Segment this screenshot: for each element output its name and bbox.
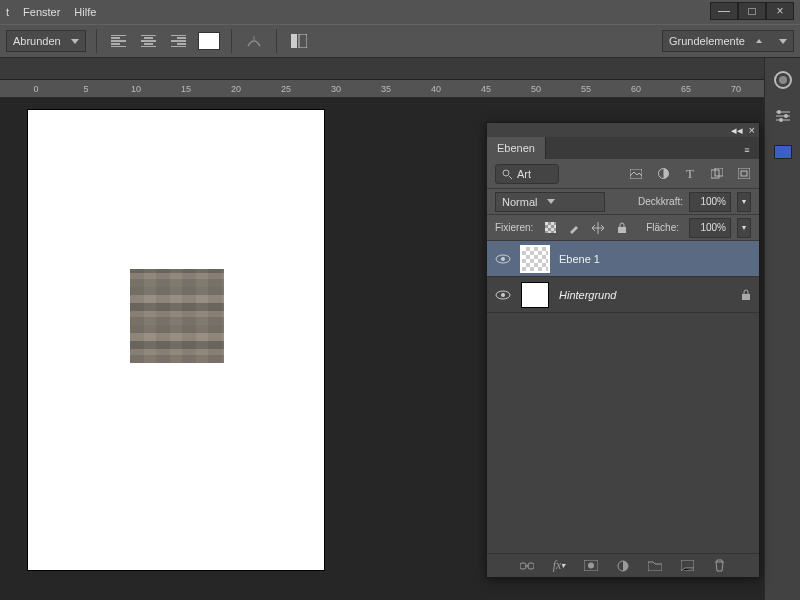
svg-rect-12 [738, 168, 750, 179]
blend-mode-dropdown[interactable]: Normal [495, 192, 605, 212]
close-button[interactable]: × [766, 2, 794, 20]
svg-point-16 [501, 257, 505, 261]
align-center-button[interactable] [137, 29, 161, 53]
svg-point-23 [588, 563, 594, 569]
layer-filter-dropdown[interactable]: Art [495, 164, 559, 184]
layers-panel-footer: fx▾ [487, 553, 759, 577]
layer-thumbnail[interactable] [521, 282, 549, 308]
fill-label: Fläche: [646, 222, 679, 233]
svg-rect-0 [291, 34, 297, 48]
filter-shape-icon[interactable] [710, 167, 724, 181]
lock-pixels-icon[interactable] [567, 221, 581, 235]
layer-thumbnail[interactable] [521, 246, 549, 272]
svg-point-5 [784, 114, 788, 118]
svg-point-4 [777, 110, 781, 114]
layers-tab[interactable]: Ebenen [487, 137, 546, 159]
menu-item-window[interactable]: Fenster [23, 6, 60, 18]
align-right-button[interactable] [167, 29, 191, 53]
lock-transparency-icon[interactable] [543, 221, 557, 235]
svg-rect-1 [299, 34, 307, 48]
lock-position-icon[interactable] [591, 221, 605, 235]
opacity-input[interactable]: 100% [689, 192, 731, 212]
lock-icon [741, 289, 751, 301]
svg-point-7 [503, 170, 509, 176]
options-bar: Abrunden Grundelemente [0, 24, 800, 58]
menu-item-help[interactable]: Hilfe [74, 6, 96, 18]
layers-panel: ◂◂ × Ebenen ≡ Art T Normal Deckkraft: 10… [486, 122, 760, 578]
panel-header[interactable]: ◂◂ × [487, 123, 759, 137]
svg-rect-14 [618, 227, 626, 233]
minimize-button[interactable]: — [710, 2, 738, 20]
visibility-toggle-icon[interactable] [495, 287, 511, 303]
layer-style-icon[interactable]: fx▾ [552, 559, 566, 573]
menu-bar: t Fenster Hilfe [0, 0, 800, 24]
layers-list: Ebene 1 Hintergrund [487, 241, 759, 553]
layer-row[interactable]: Ebene 1 [487, 241, 759, 277]
color-panel-icon[interactable] [769, 66, 797, 94]
layer-row[interactable]: Hintergrund [487, 277, 759, 313]
menu-item-t[interactable]: t [6, 6, 9, 18]
filter-type-icon[interactable]: T [683, 167, 697, 181]
texture-image [130, 269, 224, 363]
lock-all-icon[interactable] [615, 221, 629, 235]
opacity-stepper[interactable]: ▾ [737, 192, 751, 212]
window-controls: — □ × [710, 2, 794, 20]
search-icon [502, 169, 512, 179]
layer-name[interactable]: Hintergrund [559, 289, 731, 301]
panel-menu-icon[interactable]: ≡ [738, 143, 756, 157]
canvas[interactable] [28, 110, 324, 570]
document-tab-bar[interactable] [0, 58, 764, 80]
horizontal-ruler: 0 5 10 15 20 25 30 35 40 45 50 55 60 65 … [0, 80, 764, 98]
panel-collapse-icon[interactable]: ◂◂ [731, 124, 743, 137]
fill-stepper[interactable]: ▾ [737, 218, 751, 238]
visibility-toggle-icon[interactable] [495, 251, 511, 267]
svg-point-6 [779, 118, 783, 122]
layer-group-icon[interactable] [648, 559, 662, 573]
workspace-dropdown[interactable]: Grundelemente [662, 30, 794, 52]
align-left-button[interactable] [107, 29, 131, 53]
layer-mask-icon[interactable] [584, 559, 598, 573]
warp-text-button[interactable] [242, 29, 266, 53]
panel-close-icon[interactable]: × [749, 124, 755, 136]
svg-point-18 [501, 293, 505, 297]
svg-rect-19 [742, 294, 750, 300]
panels-toggle-button[interactable] [287, 29, 311, 53]
filter-pixel-icon[interactable] [629, 167, 643, 181]
link-layers-icon[interactable] [520, 559, 534, 573]
new-layer-icon[interactable] [680, 559, 694, 573]
layer-name[interactable]: Ebene 1 [559, 253, 751, 265]
maximize-button[interactable]: □ [738, 2, 766, 20]
adjustment-layer-icon[interactable] [616, 559, 630, 573]
fill-input[interactable]: 100% [689, 218, 731, 238]
filter-smart-icon[interactable] [737, 167, 751, 181]
collapsed-panels-strip [764, 58, 800, 600]
lock-label: Fixieren: [495, 222, 533, 233]
rounding-dropdown[interactable]: Abrunden [6, 30, 86, 52]
adjustments-panel-icon[interactable] [769, 102, 797, 130]
swatches-panel-icon[interactable] [769, 138, 797, 166]
color-swatch[interactable] [197, 29, 221, 53]
svg-rect-13 [741, 171, 747, 176]
svg-point-3 [779, 76, 787, 84]
opacity-label: Deckkraft: [638, 196, 683, 207]
delete-layer-icon[interactable] [712, 559, 726, 573]
filter-adjustment-icon[interactable] [656, 167, 670, 181]
